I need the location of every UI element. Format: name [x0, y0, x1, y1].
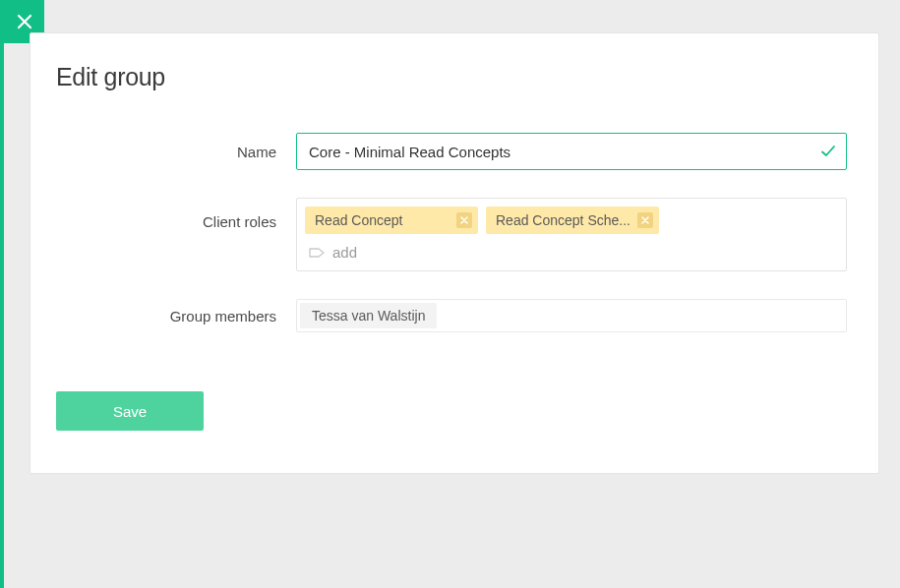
- name-input-wrap: [296, 133, 847, 170]
- row-client-roles: Client roles Read Concept Read Concept S…: [56, 198, 853, 271]
- edit-group-panel: Edit group Name Client roles Read Concep…: [30, 32, 879, 474]
- role-tag-label: Read Concept Sche...: [496, 212, 630, 228]
- accent-stripe: [0, 0, 4, 588]
- group-members-label: Group members: [56, 308, 296, 324]
- client-roles-box: Read Concept Read Concept Sche...: [296, 198, 847, 271]
- row-group-members: Group members Tessa van Walstijn: [56, 299, 853, 332]
- group-members-box[interactable]: Tessa van Walstijn: [296, 299, 847, 332]
- role-tag: Read Concept: [305, 206, 478, 234]
- remove-icon: [641, 216, 649, 224]
- close-icon: [17, 14, 32, 29]
- member-chip: Tessa van Walstijn: [300, 303, 437, 328]
- save-button[interactable]: Save: [56, 391, 204, 431]
- role-tag-remove[interactable]: [456, 212, 472, 228]
- page-title: Edit group: [56, 63, 853, 91]
- add-role-row[interactable]: add: [305, 240, 838, 266]
- check-icon: [820, 144, 836, 159]
- client-roles-label: Client roles: [56, 198, 296, 230]
- role-tag: Read Concept Sche...: [486, 206, 659, 234]
- tag-icon: [309, 246, 325, 260]
- role-tag-label: Read Concept: [315, 212, 403, 228]
- add-role-placeholder: add: [332, 244, 357, 261]
- remove-icon: [460, 216, 468, 224]
- row-name: Name: [56, 133, 853, 170]
- name-input[interactable]: [309, 144, 810, 160]
- role-tag-remove[interactable]: [637, 212, 653, 228]
- client-roles-tags: Read Concept Read Concept Sche...: [305, 206, 838, 234]
- name-label: Name: [56, 144, 296, 160]
- member-chip-label: Tessa van Walstijn: [312, 308, 425, 323]
